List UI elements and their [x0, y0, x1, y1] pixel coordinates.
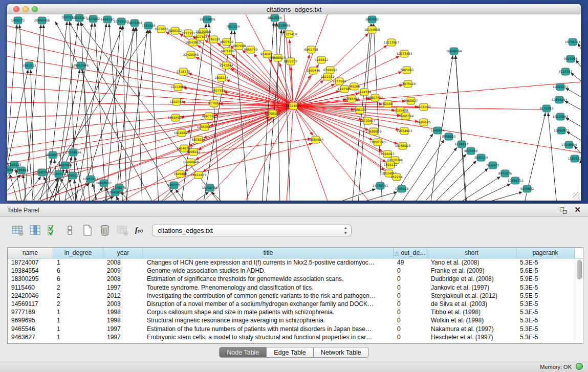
column-header-title[interactable]: title — [143, 248, 394, 258]
table-cell[interactable]: 19384554 — [8, 267, 53, 274]
select-rows-icon[interactable] — [45, 223, 60, 238]
table-cell[interactable]: 2 — [53, 292, 103, 299]
table-cell[interactable]: de Silva et al. (2003) — [427, 300, 516, 308]
table-cell[interactable]: Structural magnetic resonance image aver… — [143, 317, 394, 324]
graph-node[interactable]: 2935114 — [474, 154, 488, 161]
table-cell[interactable]: 1997 — [103, 334, 143, 341]
column-header-short[interactable]: short — [427, 248, 516, 258]
graph-node[interactable]: 8454749 — [244, 46, 258, 53]
tab-edge-table[interactable]: Edge Table — [267, 347, 313, 358]
memory-ok-indicator-icon[interactable] — [576, 363, 583, 370]
column-header-pagerank[interactable]: pagerank — [516, 248, 575, 258]
table-cell[interactable]: 5.9E-5 — [516, 275, 575, 282]
graph-node[interactable]: 2803144 — [215, 74, 229, 81]
table-cell[interactable]: Corpus callosum shape and size in male p… — [143, 309, 394, 316]
graph-edge[interactable] — [578, 43, 581, 53]
graph-node[interactable]: 20891406 — [34, 17, 50, 24]
table-cell[interactable]: Tibbo et al. (1998) — [427, 309, 516, 316]
table-cell[interactable]: 9115460 — [8, 284, 53, 291]
table-cell[interactable]: 1 — [53, 334, 103, 341]
table-cell[interactable]: 18300295 — [8, 275, 53, 282]
graph-edge[interactable] — [31, 30, 149, 201]
graph-edge[interactable] — [580, 160, 581, 170]
table-cell[interactable]: Tourette syndrome. Phenomenology and cla… — [143, 284, 394, 291]
table-cell[interactable]: 9463627 — [8, 334, 53, 341]
table-cell[interactable]: 1 — [53, 259, 103, 266]
graph-node[interactable]: 6961758 — [304, 46, 318, 53]
graph-edge[interactable] — [478, 192, 522, 201]
graph-edge[interactable] — [158, 189, 173, 201]
new-table-icon[interactable] — [80, 223, 95, 238]
table-cell[interactable]: 1997 — [103, 284, 143, 291]
table-cell[interactable]: Changes of HCN gene expression and I(f) … — [143, 259, 394, 266]
graph-node[interactable]: 9474444 — [464, 147, 478, 155]
graph-edge[interactable] — [116, 27, 134, 201]
graph-edge[interactable] — [74, 180, 78, 201]
table-cell[interactable]: 2 — [53, 300, 103, 308]
graph-node[interactable]: 3624554 — [358, 89, 372, 96]
graph-node[interactable]: 16033809 — [200, 16, 215, 23]
table-cell[interactable]: 9465546 — [8, 325, 53, 333]
graph-edge[interactable] — [567, 132, 581, 142]
graph-node[interactable]: 9463627 — [404, 97, 418, 104]
graph-edge[interactable] — [7, 106, 293, 194]
graph-node[interactable]: 1640954 — [431, 127, 445, 134]
table-cell[interactable]: 5.3E-5 — [516, 309, 575, 316]
graph-edge[interactable] — [7, 106, 293, 179]
table-cell[interactable]: 14569117 — [8, 300, 53, 308]
graph-node[interactable]: 6466160 — [101, 16, 115, 23]
graph-edge[interactable] — [432, 161, 476, 201]
tab-network-table[interactable]: Network Table — [314, 347, 369, 358]
table-row[interactable]: 946362711997Embryonic stem cells: a mode… — [8, 333, 575, 341]
graph-node[interactable]: 19756928 — [395, 142, 411, 149]
graph-edge[interactable] — [565, 88, 581, 98]
graph-node[interactable]: 20206576 — [45, 151, 61, 159]
table-cell[interactable]: 5.3E-5 — [516, 317, 575, 324]
table-cell[interactable]: 5.3E-5 — [516, 284, 575, 291]
graph-edge[interactable] — [205, 106, 293, 201]
graph-node[interactable]: 2718170 — [177, 68, 190, 75]
table-cell[interactable]: 0 — [394, 309, 427, 316]
table-cell[interactable]: Genome-wide association studies in ADHD. — [143, 267, 394, 274]
graph-node[interactable]: 13505135 — [65, 172, 81, 179]
graph-node[interactable]: 917003 — [208, 100, 220, 107]
graph-node[interactable]: 2687682 — [365, 16, 379, 23]
graph-node[interactable]: 18807243 — [370, 139, 386, 146]
table-cell[interactable]: Nakamura et al. (1997) — [427, 325, 516, 333]
graph-node[interactable]: 16914479 — [191, 171, 207, 179]
table-selector-dropdown[interactable]: citations_edges.txt ▲▼ — [152, 225, 352, 236]
table-cell[interactable]: 2012 — [103, 292, 143, 299]
table-row[interactable]: 946554611997Estimation of the future num… — [8, 325, 575, 333]
graph-node[interactable]: 8860122 — [168, 27, 182, 34]
table-cell[interactable]: 0 — [394, 275, 427, 282]
graph-edge[interactable] — [10, 174, 18, 201]
column-header-year[interactable]: year — [103, 248, 143, 258]
graph-edge[interactable] — [565, 118, 581, 128]
graph-node[interactable]: 14136141 — [373, 182, 388, 189]
graph-node[interactable]: 8813054 — [268, 14, 282, 21]
graph-edge[interactable] — [353, 192, 397, 201]
table-cell[interactable]: 1 — [53, 325, 103, 333]
graph-node[interactable]: 10654112 — [508, 177, 524, 184]
graph-node[interactable]: 8186328 — [207, 36, 221, 43]
graph-node[interactable]: 9115460 — [417, 103, 431, 111]
graph-node[interactable]: 19654925 — [168, 114, 184, 121]
table-cell[interactable]: 5.5E-5 — [516, 292, 575, 299]
graph-node[interactable]: 15692971 — [554, 127, 570, 134]
graph-edge[interactable] — [548, 113, 557, 201]
graph-node[interactable]: 1990448 — [307, 67, 320, 74]
table-row[interactable]: 977716911998Corpus callosum shape and si… — [8, 308, 575, 316]
graph-node[interactable]: 15720407 — [360, 117, 376, 124]
table-cell[interactable]: 0 — [394, 334, 427, 341]
graph-node[interactable]: 9329966 — [564, 55, 578, 62]
graph-edge[interactable] — [564, 101, 581, 111]
column-header-out_de[interactable]: △out_de… — [394, 248, 427, 258]
table-cell[interactable]: 1 — [53, 309, 103, 316]
scrollbar-thumb[interactable] — [577, 260, 582, 279]
graph-node[interactable]: 14671358 — [127, 19, 143, 27]
table-cell[interactable]: 2008 — [103, 275, 143, 282]
graph-node[interactable]: 9245652 — [520, 185, 534, 192]
graph-node[interactable]: 17359934 — [66, 149, 81, 156]
resize-grip-icon[interactable] — [573, 192, 580, 200]
table-cell[interactable]: Estimation of the future numbers of pati… — [143, 325, 394, 333]
